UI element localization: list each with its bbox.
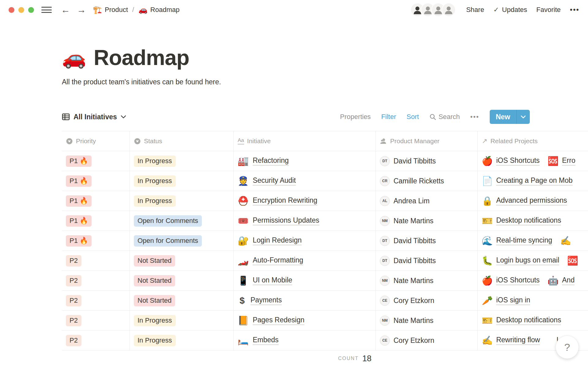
new-button[interactable]: New — [490, 110, 516, 124]
initiative-link[interactable]: Permissions Updates — [253, 216, 319, 225]
close-window-button[interactable] — [9, 7, 14, 13]
status-cell[interactable]: Not Started — [130, 251, 234, 270]
related-project-link[interactable]: ✍️Rewriting flow — [482, 336, 540, 345]
related-project-link[interactable]: 🌊Real-time syncing — [482, 236, 552, 245]
column-header-initiative[interactable]: Aa Initiative — [234, 131, 376, 151]
breadcrumb-item-product[interactable]: 🏗️ Product — [93, 6, 128, 14]
product-manager-cell[interactable]: NMNate Martins — [376, 211, 478, 231]
updates-button[interactable]: ✓ Updates — [493, 6, 527, 14]
initiative-cell[interactable]: 🏭Refactoring — [234, 151, 376, 171]
initiative-cell[interactable]: 📙Pages Redesign — [234, 311, 376, 330]
initiative-cell[interactable]: 👮Security Audit — [234, 171, 376, 191]
minimize-window-button[interactable] — [18, 7, 24, 13]
share-button[interactable]: Share — [466, 6, 484, 14]
sort-button[interactable]: Sort — [407, 113, 419, 121]
priority-cell[interactable]: P2 — [62, 311, 130, 330]
initiative-cell[interactable]: ⛑️Encryption Rewriting — [234, 191, 376, 211]
filter-button[interactable]: Filter — [381, 113, 396, 121]
initiative-cell[interactable]: 🛏️Embeds — [234, 331, 376, 350]
initiative-cell[interactable]: 🔐Login Redesign — [234, 231, 376, 251]
related-projects-cell[interactable]: 🥕iOS sign in — [478, 291, 588, 310]
initiative-cell[interactable]: $Payments — [234, 291, 376, 310]
status-cell[interactable]: In Progress — [130, 311, 234, 330]
more-options-icon[interactable]: ••• — [570, 6, 579, 14]
status-cell[interactable]: Not Started — [130, 291, 234, 310]
related-projects-cell[interactable]: 🐛Login bugs on email🆘 — [478, 251, 588, 270]
initiative-link[interactable]: Refactoring — [253, 156, 289, 166]
search-button[interactable]: Search — [429, 113, 460, 121]
column-header-priority[interactable]: Priority — [62, 131, 130, 151]
view-more-options-icon[interactable]: ••• — [470, 113, 479, 121]
status-cell[interactable]: In Progress — [130, 151, 234, 171]
status-cell[interactable]: Open for Comments — [130, 231, 234, 251]
priority-cell[interactable]: P1 🔥 — [62, 231, 130, 251]
column-header-status[interactable]: Status — [130, 131, 234, 151]
related-projects-cell[interactable]: 🎫Desktop notifications — [478, 311, 588, 330]
priority-cell[interactable]: P2 — [62, 291, 130, 310]
status-cell[interactable]: Open for Comments — [130, 211, 234, 231]
related-project-link[interactable]: ✍️ — [560, 236, 571, 245]
breadcrumb-item-roadmap[interactable]: 🚗 Roadmap — [138, 6, 179, 14]
initiative-link[interactable]: Security Audit — [253, 176, 296, 186]
column-header-product-manager[interactable]: Product Manager — [376, 131, 478, 151]
product-manager-cell[interactable]: CECory Etzkorn — [376, 331, 478, 350]
priority-cell[interactable]: P2 — [62, 251, 130, 270]
product-manager-cell[interactable]: ALAndrea Lim — [376, 191, 478, 211]
initiative-cell[interactable]: 📱UI on Mobile — [234, 271, 376, 290]
priority-cell[interactable]: P1 🔥 — [62, 151, 130, 171]
product-manager-cell[interactable]: DTDavid Tibbitts — [376, 231, 478, 251]
product-manager-cell[interactable]: NMNate Martins — [376, 311, 478, 330]
related-project-link[interactable]: 🔒Advanced permissions — [482, 196, 567, 205]
column-header-related-projects[interactable]: ↗ Related Projects — [478, 131, 588, 151]
related-project-link[interactable]: 🐛Login bugs on email — [482, 256, 559, 265]
related-project-link[interactable]: 🆘 — [567, 256, 578, 265]
initiative-link[interactable]: Embeds — [253, 336, 278, 345]
initiative-cell[interactable]: 🏎️Auto-Formatting — [234, 251, 376, 270]
related-project-link[interactable]: 🎫Desktop notifications — [482, 316, 561, 325]
priority-cell[interactable]: P2 — [62, 331, 130, 350]
related-projects-cell[interactable]: 🌊Real-time syncing✍️ — [478, 231, 588, 251]
initiative-link[interactable]: Pages Redesign — [253, 316, 304, 325]
product-manager-cell[interactable]: CECory Etzkorn — [376, 291, 478, 310]
new-button-dropdown[interactable] — [517, 110, 530, 124]
related-projects-cell[interactable]: 📄Creating a Page on Mob — [478, 171, 588, 191]
initiative-link[interactable]: UI on Mobile — [253, 276, 292, 285]
initiative-link[interactable]: Auto-Formatting — [253, 256, 303, 265]
page-icon-car[interactable]: 🚗 — [62, 48, 86, 67]
initiative-link[interactable]: Payments — [251, 296, 282, 305]
product-manager-cell[interactable]: DTDavid Tibbitts — [376, 151, 478, 171]
zoom-window-button[interactable] — [28, 7, 34, 13]
priority-cell[interactable]: P1 🔥 — [62, 211, 130, 231]
initiative-link[interactable]: Login Redesign — [253, 236, 302, 245]
back-arrow-icon[interactable]: ← — [61, 5, 70, 14]
status-cell[interactable]: In Progress — [130, 331, 234, 350]
status-cell[interactable]: In Progress — [130, 191, 234, 211]
priority-cell[interactable]: P1 🔥 — [62, 171, 130, 191]
favorite-button[interactable]: Favorite — [536, 6, 560, 14]
related-project-link[interactable]: 🤖And — [548, 276, 575, 285]
product-manager-cell[interactable]: NMNate Martins — [376, 271, 478, 290]
product-manager-cell[interactable]: DTDavid Tibbitts — [376, 251, 478, 270]
related-projects-cell[interactable]: 🍎iOS Shortcuts🤖And — [478, 271, 588, 290]
related-project-link[interactable]: 📄Creating a Page on Mob — [482, 176, 573, 186]
collaborator-avatars[interactable] — [410, 3, 456, 17]
forward-arrow-icon[interactable]: → — [77, 5, 86, 14]
view-switcher[interactable]: All Initiatives — [62, 113, 126, 121]
collaborator-avatar[interactable] — [442, 3, 456, 17]
related-projects-cell[interactable]: 🍎iOS Shortcuts🆘Erro — [478, 151, 588, 171]
related-project-link[interactable]: 🎫Desktop notifications — [482, 216, 561, 225]
related-project-link[interactable]: 🍎iOS Shortcuts — [482, 276, 540, 285]
sidebar-menu-icon[interactable] — [41, 6, 52, 13]
product-manager-cell[interactable]: CRCamille Ricketts — [376, 171, 478, 191]
priority-cell[interactable]: P1 🔥 — [62, 191, 130, 211]
priority-cell[interactable]: P2 — [62, 271, 130, 290]
related-project-link[interactable]: 🆘Erro — [548, 156, 575, 166]
related-project-link[interactable]: 🍎iOS Shortcuts — [482, 156, 540, 166]
table-count-footer[interactable]: COUNT 18 — [62, 351, 376, 366]
initiative-link[interactable]: Encryption Rewriting — [253, 196, 317, 205]
related-projects-cell[interactable]: 🎫Desktop notifications — [478, 211, 588, 231]
status-cell[interactable]: In Progress — [130, 171, 234, 191]
related-project-link[interactable]: 🥕iOS sign in — [482, 296, 530, 305]
related-projects-cell[interactable]: 🔒Advanced permissions — [478, 191, 588, 211]
properties-button[interactable]: Properties — [340, 113, 371, 121]
